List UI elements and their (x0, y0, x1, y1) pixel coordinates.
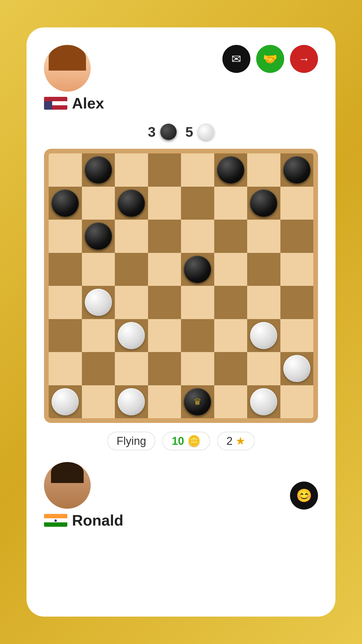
cell-r1c6[interactable] (214, 153, 247, 187)
player1-name: Alex (72, 94, 104, 112)
piece-black (52, 190, 79, 217)
handshake-button[interactable]: 🤝 (256, 45, 284, 73)
cell-r1c7[interactable] (247, 153, 280, 187)
player2-info: Ronald (44, 462, 123, 529)
cell-r4c8[interactable] (280, 253, 314, 286)
cell-r5c5[interactable] (181, 286, 214, 319)
black-score-value: 3 (148, 124, 156, 140)
cell-r8c6[interactable] (214, 385, 247, 419)
cell-r3c5[interactable] (181, 220, 214, 253)
cell-r2c3[interactable] (115, 187, 148, 220)
cell-r6c2[interactable] (82, 319, 115, 352)
cell-r1c4[interactable] (148, 153, 181, 187)
main-card: Alex ✉ 🤝 → 3 5 (27, 27, 335, 617)
piece-black (184, 256, 211, 283)
cell-r8c5[interactable] (181, 385, 214, 419)
cell-r8c3[interactable] (115, 385, 148, 419)
exit-button[interactable]: → (290, 45, 318, 73)
cell-r2c8[interactable] (280, 187, 314, 220)
cell-r3c6[interactable] (214, 220, 247, 253)
cell-r7c7[interactable] (247, 352, 280, 385)
cell-r7c1[interactable] (49, 352, 82, 385)
cell-r4c5[interactable] (181, 253, 214, 286)
player2-name: Ronald (72, 512, 123, 529)
cell-r4c6[interactable] (214, 253, 247, 286)
cell-r6c1[interactable] (49, 319, 82, 352)
cell-r5c4[interactable] (148, 286, 181, 319)
cell-r6c4[interactable] (148, 319, 181, 352)
piece-white (250, 322, 277, 349)
player1-info: Alex (44, 45, 104, 112)
cell-r7c5[interactable] (181, 352, 214, 385)
cell-r1c3[interactable] (115, 153, 148, 187)
cell-r2c4[interactable] (148, 187, 181, 220)
cell-r2c7[interactable] (247, 187, 280, 220)
cell-r1c8[interactable] (280, 153, 314, 187)
mail-button[interactable]: ✉ (222, 45, 250, 73)
checkerboard[interactable] (49, 153, 313, 418)
emoji-button[interactable]: 😊 (290, 482, 318, 510)
coin-icon: 🪙 (187, 435, 201, 447)
cell-r7c8[interactable] (280, 352, 314, 385)
cell-r6c7[interactable] (247, 319, 280, 352)
mode-badge: Flying (107, 432, 155, 450)
cell-r8c4[interactable] (148, 385, 181, 419)
cell-r7c4[interactable] (148, 352, 181, 385)
header: Alex ✉ 🤝 → (44, 45, 318, 112)
cell-r5c8[interactable] (280, 286, 314, 319)
player2-flag (44, 514, 67, 527)
cell-r4c4[interactable] (148, 253, 181, 286)
cell-r5c2[interactable] (82, 286, 115, 319)
cell-r8c8[interactable] (280, 385, 314, 419)
cell-r5c1[interactable] (49, 286, 82, 319)
cell-r6c5[interactable] (181, 319, 214, 352)
piece-white (85, 289, 112, 316)
cell-r8c7[interactable] (247, 385, 280, 419)
cell-r3c8[interactable] (280, 220, 314, 253)
cell-r4c3[interactable] (115, 253, 148, 286)
arrow-icon: → (298, 52, 310, 66)
player1-flag (44, 97, 67, 110)
cell-r4c2[interactable] (82, 253, 115, 286)
cell-r3c4[interactable] (148, 220, 181, 253)
piece-black (217, 156, 244, 183)
cell-r6c6[interactable] (214, 319, 247, 352)
piece-black (118, 190, 145, 217)
cell-r3c1[interactable] (49, 220, 82, 253)
cell-r2c5[interactable] (181, 187, 214, 220)
white-score: 5 (185, 124, 214, 140)
cell-r4c7[interactable] (247, 253, 280, 286)
cell-r7c3[interactable] (115, 352, 148, 385)
cell-r7c2[interactable] (82, 352, 115, 385)
cell-r5c6[interactable] (214, 286, 247, 319)
cell-r5c3[interactable] (115, 286, 148, 319)
cell-r3c2[interactable] (82, 220, 115, 253)
piece-black (250, 190, 277, 217)
cell-r1c5[interactable] (181, 153, 214, 187)
cell-r6c3[interactable] (115, 319, 148, 352)
piece-white (118, 388, 145, 415)
white-score-value: 5 (185, 124, 193, 140)
player2-avatar (44, 462, 91, 509)
cell-r7c6[interactable] (214, 352, 247, 385)
coins-badge: 10 🪙 (162, 432, 210, 450)
cell-r3c7[interactable] (247, 220, 280, 253)
cell-r2c1[interactable] (49, 187, 82, 220)
cell-r4c1[interactable] (49, 253, 82, 286)
cell-r2c2[interactable] (82, 187, 115, 220)
cell-r1c2[interactable] (82, 153, 115, 187)
piece-king (184, 388, 211, 415)
player1-avatar (44, 45, 91, 92)
piece-black (85, 156, 112, 183)
cell-r8c2[interactable] (82, 385, 115, 419)
cell-r3c3[interactable] (115, 220, 148, 253)
cell-r6c8[interactable] (280, 319, 314, 352)
stars-value: 2 (226, 435, 233, 447)
score-row: 3 5 (44, 124, 318, 140)
cell-r1c1[interactable] (49, 153, 82, 187)
cell-r8c1[interactable] (49, 385, 82, 419)
action-buttons: ✉ 🤝 → (222, 45, 318, 73)
star-icon: ★ (236, 435, 245, 447)
cell-r5c7[interactable] (247, 286, 280, 319)
cell-r2c6[interactable] (214, 187, 247, 220)
